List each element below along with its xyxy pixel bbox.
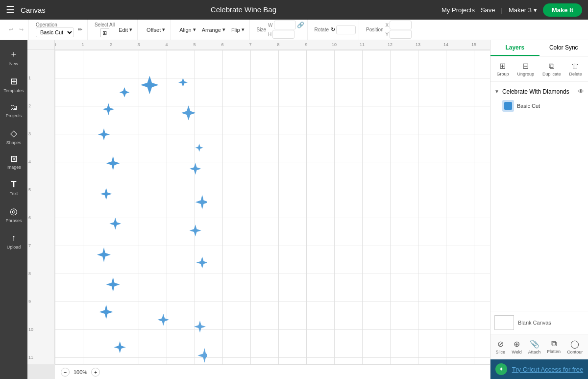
align-button[interactable]: Align ▾ xyxy=(177,25,197,34)
maker-chevron-icon: ▾ xyxy=(534,6,537,14)
ungroup-button[interactable]: ⊟ Ungroup xyxy=(515,59,536,78)
redo-button[interactable]: ↪ xyxy=(17,25,25,34)
undo-button[interactable]: ↩ xyxy=(7,25,15,34)
page-title: Celebrate Wine Bag xyxy=(211,5,276,14)
svg-marker-19 xyxy=(114,341,126,353)
sidebar-item-templates[interactable]: ⊞ Templates xyxy=(1,72,26,97)
tab-layers[interactable]: Layers xyxy=(490,40,539,56)
offset-chevron-icon: ▾ xyxy=(162,26,165,33)
tab-color-sync[interactable]: Color Sync xyxy=(539,40,588,56)
ruler-v-5: 5 xyxy=(28,187,31,192)
layer-group-header[interactable]: ▼ Celebrate With Diamonds 👁 xyxy=(494,86,584,97)
contour-button[interactable]: ◯ Contour xyxy=(564,337,586,356)
svg-marker-20 xyxy=(197,348,207,363)
sidebar-item-shapes[interactable]: ◇ Shapes xyxy=(1,124,26,149)
delete-button[interactable]: 🗑 Delete xyxy=(567,60,584,78)
sidebar-item-text[interactable]: T Text xyxy=(1,176,26,200)
width-input[interactable] xyxy=(274,21,296,29)
flatten-button[interactable]: ⧉ Flatten xyxy=(544,337,564,356)
projects-icon: 🗂 xyxy=(10,103,18,112)
ungroup-icon: ⊟ xyxy=(522,61,529,71)
cricut-access-banner[interactable]: ✦ Try Cricut Access for free xyxy=(490,359,588,379)
attach-button[interactable]: 📎 Attach xyxy=(525,337,544,356)
ruler-v-9: 9 xyxy=(28,299,31,304)
svg-marker-17 xyxy=(157,314,169,326)
visibility-eye-icon[interactable]: 👁 xyxy=(578,88,584,95)
flip-button[interactable]: Flip ▾ xyxy=(229,25,246,34)
size-lock-icon[interactable]: 🔗 xyxy=(297,22,304,28)
ruler-h-14: 14 xyxy=(443,42,448,47)
group-icon: ⊞ xyxy=(499,61,506,71)
group-button[interactable]: ⊞ Group xyxy=(494,59,511,78)
save-button[interactable]: Save xyxy=(481,6,495,14)
rotate-icon: ↻ xyxy=(331,26,335,33)
offset-label: Offset xyxy=(147,27,161,33)
contour-icon: ◯ xyxy=(570,339,579,349)
ruler-h-0: 0 xyxy=(55,42,56,47)
y-label: Y xyxy=(386,32,389,37)
layer-item-name: Basic Cut xyxy=(517,103,540,109)
separator: | xyxy=(501,6,503,14)
rotate-input[interactable] xyxy=(336,25,356,34)
ruler-h-3: 3 xyxy=(137,42,140,47)
my-projects-link[interactable]: My Projects xyxy=(441,6,475,14)
svg-marker-10 xyxy=(196,195,207,209)
edit-button[interactable]: Edit ▾ xyxy=(117,25,134,34)
zoom-in-button[interactable]: + xyxy=(91,368,100,377)
select-all-button[interactable]: ⊞ xyxy=(100,28,109,37)
svg-marker-12 xyxy=(190,225,201,236)
ruler-v-6: 6 xyxy=(28,215,31,220)
sidebar-item-images[interactable]: 🖼 Images xyxy=(1,151,26,174)
attach-icon: 📎 xyxy=(530,339,539,349)
left-sidebar: ＋ New ⊞ Templates 🗂 Projects ◇ Shapes 🖼 … xyxy=(0,40,27,379)
canvas-area[interactable]: 0 1 2 3 4 5 6 7 8 9 10 11 12 13 14 15 16 xyxy=(27,40,490,379)
flip-chevron-icon: ▾ xyxy=(242,26,245,33)
w-label: W xyxy=(268,23,272,28)
new-icon: ＋ xyxy=(9,48,18,60)
svg-marker-8 xyxy=(190,163,201,175)
slice-button[interactable]: ⊘ Slice xyxy=(493,337,509,356)
svg-marker-15 xyxy=(106,277,120,292)
ruler-h-5: 5 xyxy=(193,42,196,47)
weld-button[interactable]: ⊕ Weld xyxy=(509,337,524,356)
svg-marker-9 xyxy=(100,188,112,200)
sidebar-item-phrases[interactable]: ◎ Phrases xyxy=(1,202,26,227)
sidebar-item-new[interactable]: ＋ New xyxy=(1,44,26,70)
undo-redo-group: ↩ ↪ xyxy=(4,20,29,40)
layer-item-basic-cut[interactable]: Basic Cut xyxy=(494,97,584,115)
edit-chevron-icon: ▾ xyxy=(129,26,132,33)
align-group: Align ▾ Arrange ▾ Flip ▾ xyxy=(174,20,249,40)
duplicate-button[interactable]: ⧉ Duplicate xyxy=(540,60,563,78)
arrange-button[interactable]: Arrange ▾ xyxy=(200,25,227,34)
flatten-icon: ⧉ xyxy=(551,339,557,348)
canvas-content[interactable]: Celebrate xyxy=(55,50,490,364)
cricut-banner-text[interactable]: Try Cricut Access for free xyxy=(512,366,583,373)
shapes-icon: ◇ xyxy=(10,128,17,139)
size-label: Size xyxy=(257,27,266,32)
toolbar: ↩ ↪ Operation Basic Cut ✏ Select All ⊞ E… xyxy=(0,20,588,40)
maker-selector[interactable]: Maker 3 ▾ xyxy=(509,6,537,14)
blank-canvas-thumbnail xyxy=(494,315,514,330)
operation-select[interactable]: Basic Cut xyxy=(36,27,74,37)
ruler-v-10: 10 xyxy=(28,327,33,332)
menu-icon[interactable]: ☰ xyxy=(6,4,15,16)
delete-icon: 🗑 xyxy=(571,62,579,71)
ruler-corner xyxy=(27,40,55,50)
make-it-button[interactable]: Make It xyxy=(543,3,582,17)
y-input[interactable] xyxy=(390,30,412,39)
ruler-h-7: 7 xyxy=(249,42,251,47)
sidebar-item-upload[interactable]: ↑ Upload xyxy=(1,229,26,253)
ruler-h-1: 1 xyxy=(81,42,84,47)
position-group: Position X Y xyxy=(363,20,415,40)
edit-style-button[interactable]: ✏ xyxy=(76,25,84,34)
height-input[interactable] xyxy=(272,30,294,39)
celebrate-art[interactable]: Celebrate xyxy=(70,65,207,364)
svg-marker-1 xyxy=(178,77,188,87)
x-input[interactable] xyxy=(390,21,412,29)
zoom-out-button[interactable]: − xyxy=(61,368,70,377)
ruler-v-8: 8 xyxy=(28,271,31,276)
sidebar-item-projects[interactable]: 🗂 Projects xyxy=(1,99,26,122)
svg-marker-18 xyxy=(194,321,206,332)
offset-button[interactable]: Offset ▾ xyxy=(145,25,167,34)
blank-canvas-area: Blank Canvas xyxy=(490,311,588,334)
